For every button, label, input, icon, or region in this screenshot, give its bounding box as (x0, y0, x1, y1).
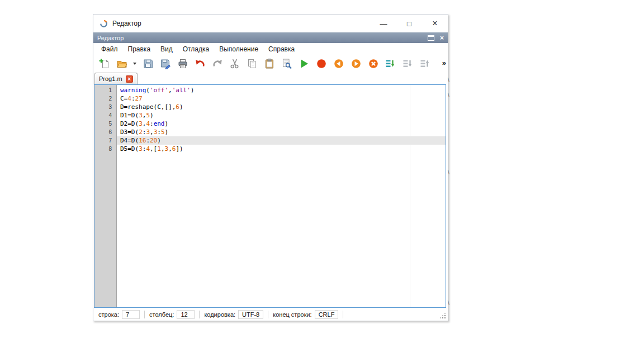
previous-breakpoint-icon (333, 58, 344, 69)
open-file-icon (116, 58, 127, 69)
toggle-breakpoint-button[interactable] (314, 56, 329, 71)
status-bar: строка:7столбец:12кодировка:UTF-8конец с… (93, 308, 448, 321)
find-replace-button[interactable] (279, 56, 294, 71)
save-file-as-icon (160, 58, 171, 69)
print-button[interactable] (175, 56, 190, 71)
open-dropdown-icon (132, 58, 137, 69)
minimize-button[interactable]: — (371, 15, 396, 32)
status-fields: строка:7столбец:12кодировка:UTF-8конец с… (98, 310, 348, 319)
window-edge-tick: \ (448, 92, 449, 98)
desktop: Редактор — □ × Редактор × ФайлПравкаВидО… (0, 0, 644, 362)
code-line: 4D1=D(3,5) (94, 111, 446, 120)
close-button[interactable]: × (422, 15, 448, 32)
copy-button[interactable] (244, 56, 259, 71)
status-encoding: кодировка:UTF-8 (204, 310, 263, 319)
dock-title: Редактор (97, 35, 124, 41)
octave-logo-icon (100, 20, 108, 28)
menu-bar: ФайлПравкаВидОтладкаВыполнениеСправка (93, 43, 448, 55)
code-lines[interactable]: 1warning('off','all')2C=4:273D=reshape(C… (94, 85, 446, 153)
status-eol-value: CRLF (315, 310, 339, 319)
save-file-as-button[interactable] (158, 56, 173, 71)
code-text[interactable]: D2=D(3,4:end) (117, 120, 446, 128)
status-separator (144, 311, 145, 318)
toolbar: » (93, 55, 448, 73)
code-text[interactable]: warning('off','all') (117, 86, 446, 94)
undo-icon (195, 58, 206, 69)
status-encoding-label: кодировка: (204, 311, 235, 318)
tab-prog1-m[interactable]: Prog1.m× (94, 73, 138, 84)
undo-button[interactable] (192, 56, 207, 71)
status-column: столбец:12 (149, 310, 195, 319)
code-text[interactable]: D=reshape(C,[],6) (117, 103, 446, 111)
toolbar-extension-button[interactable]: » (442, 59, 446, 67)
resize-grip[interactable] (440, 313, 446, 319)
window-edge-tick: \ (448, 77, 449, 83)
menu-file[interactable]: Файл (96, 44, 123, 54)
editor-area[interactable]: 1warning('off','all')2C=4:273D=reshape(C… (94, 84, 446, 308)
dock-titlebar[interactable]: Редактор × (93, 32, 448, 43)
code-text[interactable]: C=4:27 (117, 94, 446, 103)
copy-icon (247, 58, 258, 69)
step-out-button[interactable] (418, 56, 433, 71)
line-number[interactable]: 6 (94, 128, 117, 136)
status-line: строка:7 (98, 310, 140, 319)
status-separator (268, 311, 268, 318)
open-dropdown-button[interactable] (131, 56, 138, 71)
status-column-value: 12 (177, 310, 195, 319)
menu-debug[interactable]: Отладка (178, 44, 214, 54)
status-eol-label: конец строки: (273, 311, 311, 318)
redo-button[interactable] (210, 56, 225, 71)
menu-view[interactable]: Вид (155, 44, 178, 54)
save-file-button[interactable] (140, 56, 155, 71)
print-icon (177, 58, 188, 69)
status-separator (199, 311, 200, 318)
paste-button[interactable] (262, 56, 277, 71)
status-encoding-value: UTF-8 (238, 310, 263, 319)
code-text[interactable]: D3=D(2:3,3:5) (117, 128, 446, 136)
dock-close-icon[interactable]: × (440, 35, 444, 41)
step-in-button[interactable] (400, 56, 415, 71)
tab-close-icon[interactable]: × (126, 75, 133, 83)
status-line-label: строка: (98, 311, 119, 318)
line-number[interactable]: 7 (94, 136, 117, 145)
code-line: 1warning('off','all') (94, 86, 446, 94)
window-titlebar[interactable]: Редактор — □ × (93, 15, 448, 32)
line-number[interactable]: 4 (94, 111, 117, 120)
line-number[interactable]: 8 (94, 145, 117, 153)
step-icon (385, 58, 396, 69)
code-text[interactable]: D5=D(3:4,[1,3,6]) (117, 145, 446, 153)
new-script-icon (99, 58, 110, 69)
tab-label: Prog1.m (99, 75, 122, 82)
line-number[interactable]: 5 (94, 120, 117, 128)
dock-icons: × (428, 35, 444, 41)
code-line: 2C=4:27 (94, 94, 446, 103)
remove-breakpoints-button[interactable] (366, 56, 381, 71)
line-number[interactable]: 3 (94, 103, 117, 111)
undock-icon[interactable] (428, 35, 434, 41)
redo-icon (212, 58, 223, 69)
open-file-button[interactable] (114, 56, 129, 71)
line-number[interactable]: 1 (94, 86, 117, 94)
window-controls: — □ × (371, 15, 448, 32)
window-edge-tick: \ (448, 300, 449, 306)
toolbar-buttons (93, 56, 448, 71)
line-number[interactable]: 2 (94, 94, 117, 103)
step-out-icon (420, 58, 431, 69)
menu-edit[interactable]: Правка (123, 44, 156, 54)
status-eol: конец строки:CRLF (273, 310, 338, 319)
menu-help[interactable]: Справка (263, 44, 300, 54)
menu-run[interactable]: Выполнение (214, 44, 263, 54)
cut-button[interactable] (227, 56, 242, 71)
code-text[interactable]: D4=D(16:20) (117, 136, 446, 145)
run-script-button[interactable] (296, 56, 311, 71)
next-breakpoint-button[interactable] (348, 56, 363, 71)
code-text[interactable]: D1=D(3,5) (117, 111, 446, 120)
toggle-breakpoint-icon (316, 58, 327, 69)
previous-breakpoint-button[interactable] (331, 56, 346, 71)
status-line-value: 7 (122, 310, 140, 319)
run-script-icon (299, 58, 310, 69)
paste-icon (264, 58, 275, 69)
new-script-button[interactable] (97, 56, 112, 71)
step-button[interactable] (383, 56, 398, 71)
maximize-button[interactable]: □ (396, 15, 422, 32)
